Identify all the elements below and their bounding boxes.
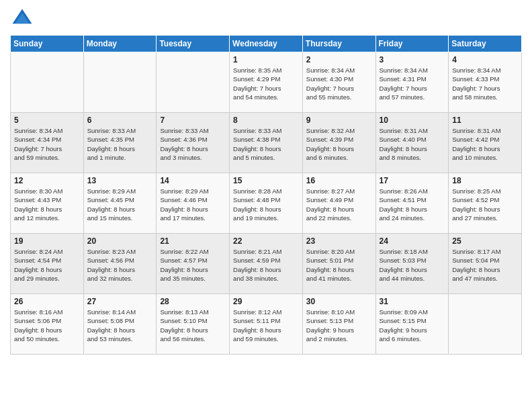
day-number: 30: [306, 297, 372, 306]
calendar-week: 5Sunrise: 8:34 AM Sunset: 4:34 PM Daylig…: [11, 113, 522, 173]
day-info: Sunrise: 8:09 AM Sunset: 5:15 PM Dayligh…: [380, 308, 445, 343]
calendar-cell: 3Sunrise: 8:34 AM Sunset: 4:31 PM Daylig…: [375, 52, 449, 113]
calendar-week: 1Sunrise: 8:35 AM Sunset: 4:29 PM Daylig…: [11, 52, 522, 113]
day-info: Sunrise: 8:25 AM Sunset: 4:52 PM Dayligh…: [452, 187, 518, 222]
day-info: Sunrise: 8:34 AM Sunset: 4:30 PM Dayligh…: [306, 66, 372, 101]
calendar-cell: 13Sunrise: 8:29 AM Sunset: 4:45 PM Dayli…: [83, 173, 157, 234]
day-info: Sunrise: 8:33 AM Sunset: 4:35 PM Dayligh…: [87, 126, 153, 162]
header-day: Monday: [83, 36, 157, 52]
calendar-cell: 9Sunrise: 8:32 AM Sunset: 4:39 PM Daylig…: [302, 113, 375, 173]
calendar: SundayMondayTuesdayWednesdayThursdayFrid…: [10, 35, 522, 355]
day-number: 7: [160, 116, 226, 125]
day-info: Sunrise: 8:31 AM Sunset: 4:42 PM Dayligh…: [452, 126, 518, 162]
day-number: 1: [233, 55, 299, 64]
day-info: Sunrise: 8:18 AM Sunset: 5:03 PM Dayligh…: [380, 247, 445, 283]
day-info: Sunrise: 8:22 AM Sunset: 4:57 PM Dayligh…: [160, 247, 226, 283]
calendar-cell: 19Sunrise: 8:24 AM Sunset: 4:54 PM Dayli…: [11, 234, 84, 294]
calendar-week: 12Sunrise: 8:30 AM Sunset: 4:43 PM Dayli…: [11, 173, 522, 234]
day-info: Sunrise: 8:31 AM Sunset: 4:40 PM Dayligh…: [380, 126, 445, 162]
day-info: Sunrise: 8:21 AM Sunset: 4:59 PM Dayligh…: [233, 247, 299, 283]
day-number: 2: [306, 55, 372, 64]
calendar-cell: 18Sunrise: 8:25 AM Sunset: 4:52 PM Dayli…: [449, 173, 522, 234]
day-number: 20: [87, 236, 153, 246]
calendar-header: SundayMondayTuesdayWednesdayThursdayFrid…: [11, 36, 522, 52]
calendar-cell: 16Sunrise: 8:27 AM Sunset: 4:49 PM Dayli…: [302, 173, 375, 234]
calendar-cell: 27Sunrise: 8:14 AM Sunset: 5:08 PM Dayli…: [83, 294, 157, 355]
day-info: Sunrise: 8:12 AM Sunset: 5:11 PM Dayligh…: [233, 308, 299, 343]
calendar-cell: 29Sunrise: 8:12 AM Sunset: 5:11 PM Dayli…: [230, 294, 303, 355]
calendar-cell: 25Sunrise: 8:17 AM Sunset: 5:04 PM Dayli…: [449, 234, 522, 294]
day-number: 23: [306, 236, 372, 246]
day-info: Sunrise: 8:26 AM Sunset: 4:51 PM Dayligh…: [380, 187, 445, 222]
logo-icon: [10, 7, 34, 31]
calendar-cell: 2Sunrise: 8:34 AM Sunset: 4:30 PM Daylig…: [302, 52, 375, 113]
day-info: Sunrise: 8:10 AM Sunset: 5:13 PM Dayligh…: [306, 308, 372, 343]
calendar-cell: 10Sunrise: 8:31 AM Sunset: 4:40 PM Dayli…: [375, 113, 449, 173]
calendar-cell: 20Sunrise: 8:23 AM Sunset: 4:56 PM Dayli…: [83, 234, 157, 294]
day-number: 19: [14, 236, 80, 246]
calendar-cell: 7Sunrise: 8:33 AM Sunset: 4:36 PM Daylig…: [157, 113, 230, 173]
calendar-cell: 22Sunrise: 8:21 AM Sunset: 4:59 PM Dayli…: [230, 234, 303, 294]
header-day: Thursday: [302, 36, 375, 52]
day-number: 10: [380, 116, 445, 125]
calendar-cell: 6Sunrise: 8:33 AM Sunset: 4:35 PM Daylig…: [83, 113, 157, 173]
day-info: Sunrise: 8:34 AM Sunset: 4:33 PM Dayligh…: [452, 66, 518, 101]
day-number: 22: [233, 236, 299, 246]
calendar-cell: 30Sunrise: 8:10 AM Sunset: 5:13 PM Dayli…: [302, 294, 375, 355]
day-info: Sunrise: 8:30 AM Sunset: 4:43 PM Dayligh…: [14, 187, 80, 222]
calendar-cell: [157, 52, 230, 113]
calendar-body: 1Sunrise: 8:35 AM Sunset: 4:29 PM Daylig…: [11, 52, 522, 355]
day-info: Sunrise: 8:13 AM Sunset: 5:10 PM Dayligh…: [160, 308, 226, 343]
day-info: Sunrise: 8:23 AM Sunset: 4:56 PM Dayligh…: [87, 247, 153, 283]
day-number: 21: [160, 236, 226, 246]
day-number: 27: [87, 297, 153, 306]
day-number: 26: [14, 297, 80, 306]
header-day: Saturday: [449, 36, 522, 52]
calendar-cell: 31Sunrise: 8:09 AM Sunset: 5:15 PM Dayli…: [375, 294, 449, 355]
day-info: Sunrise: 8:29 AM Sunset: 4:46 PM Dayligh…: [160, 187, 226, 222]
day-number: 14: [160, 176, 226, 185]
day-number: 16: [306, 176, 372, 185]
calendar-cell: 1Sunrise: 8:35 AM Sunset: 4:29 PM Daylig…: [230, 52, 303, 113]
calendar-cell: 4Sunrise: 8:34 AM Sunset: 4:33 PM Daylig…: [449, 52, 522, 113]
day-number: 11: [452, 116, 518, 125]
day-number: 5: [14, 116, 80, 125]
calendar-cell: [83, 52, 157, 113]
calendar-cell: 24Sunrise: 8:18 AM Sunset: 5:03 PM Dayli…: [375, 234, 449, 294]
calendar-cell: 8Sunrise: 8:33 AM Sunset: 4:38 PM Daylig…: [230, 113, 303, 173]
day-info: Sunrise: 8:24 AM Sunset: 4:54 PM Dayligh…: [14, 247, 80, 283]
day-info: Sunrise: 8:33 AM Sunset: 4:38 PM Dayligh…: [233, 126, 299, 162]
calendar-cell: 23Sunrise: 8:20 AM Sunset: 5:01 PM Dayli…: [302, 234, 375, 294]
day-number: 6: [87, 116, 153, 125]
day-number: 15: [233, 176, 299, 185]
header-row: SundayMondayTuesdayWednesdayThursdayFrid…: [11, 36, 522, 52]
day-number: 28: [160, 297, 226, 306]
day-info: Sunrise: 8:20 AM Sunset: 5:01 PM Dayligh…: [306, 247, 372, 283]
day-info: Sunrise: 8:14 AM Sunset: 5:08 PM Dayligh…: [87, 308, 153, 343]
day-info: Sunrise: 8:28 AM Sunset: 4:48 PM Dayligh…: [233, 187, 299, 222]
day-info: Sunrise: 8:34 AM Sunset: 4:31 PM Dayligh…: [380, 66, 445, 101]
day-info: Sunrise: 8:17 AM Sunset: 5:04 PM Dayligh…: [452, 247, 518, 283]
header: [10, 7, 522, 31]
calendar-week: 19Sunrise: 8:24 AM Sunset: 4:54 PM Dayli…: [11, 234, 522, 294]
calendar-cell: 14Sunrise: 8:29 AM Sunset: 4:46 PM Dayli…: [157, 173, 230, 234]
calendar-cell: 15Sunrise: 8:28 AM Sunset: 4:48 PM Dayli…: [230, 173, 303, 234]
header-day: Tuesday: [157, 36, 230, 52]
day-number: 12: [14, 176, 80, 185]
day-number: 24: [380, 236, 445, 246]
day-info: Sunrise: 8:35 AM Sunset: 4:29 PM Dayligh…: [233, 66, 299, 101]
day-number: 9: [306, 116, 372, 125]
day-info: Sunrise: 8:34 AM Sunset: 4:34 PM Dayligh…: [14, 126, 80, 162]
calendar-cell: [449, 294, 522, 355]
day-info: Sunrise: 8:16 AM Sunset: 5:06 PM Dayligh…: [14, 308, 80, 343]
day-info: Sunrise: 8:32 AM Sunset: 4:39 PM Dayligh…: [306, 126, 372, 162]
day-info: Sunrise: 8:33 AM Sunset: 4:36 PM Dayligh…: [160, 126, 226, 162]
day-info: Sunrise: 8:27 AM Sunset: 4:49 PM Dayligh…: [306, 187, 372, 222]
header-day: Friday: [375, 36, 449, 52]
day-number: 18: [452, 176, 518, 185]
day-number: 4: [452, 55, 518, 64]
calendar-cell: 5Sunrise: 8:34 AM Sunset: 4:34 PM Daylig…: [11, 113, 84, 173]
day-info: Sunrise: 8:29 AM Sunset: 4:45 PM Dayligh…: [87, 187, 153, 222]
calendar-cell: 28Sunrise: 8:13 AM Sunset: 5:10 PM Dayli…: [157, 294, 230, 355]
calendar-cell: 12Sunrise: 8:30 AM Sunset: 4:43 PM Dayli…: [11, 173, 84, 234]
